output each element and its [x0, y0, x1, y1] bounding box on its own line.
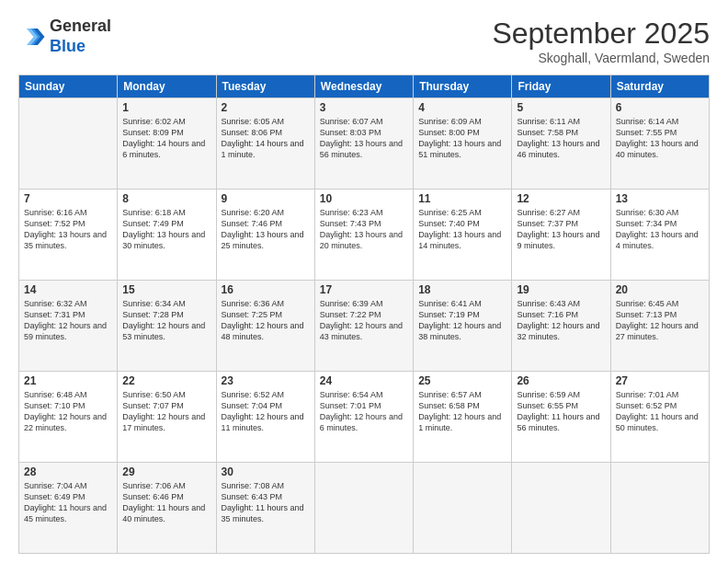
cell-content: Sunrise: 6:39 AM Sunset: 7:22 PM Dayligh… [320, 298, 408, 343]
sunrise-text: Sunrise: 6:07 AM [320, 117, 383, 126]
day-number: 12 [517, 192, 605, 205]
header-row: Sunday Monday Tuesday Wednesday Thursday… [19, 75, 710, 98]
sunset-text: Sunset: 7:43 PM [320, 219, 381, 228]
sunset-text: Sunset: 6:43 PM [222, 492, 283, 501]
month-title: September 2025 [492, 17, 710, 51]
sunrise-text: Sunrise: 6:48 AM [24, 390, 87, 399]
cell-content: Sunrise: 6:20 AM Sunset: 7:46 PM Dayligh… [222, 207, 310, 252]
sunset-text: Sunset: 7:46 PM [222, 219, 283, 228]
sunset-text: Sunset: 6:46 PM [122, 492, 184, 501]
sunrise-text: Sunrise: 6:25 AM [418, 208, 482, 217]
sunrise-text: Sunrise: 6:23 AM [320, 208, 383, 217]
sunrise-text: Sunrise: 6:02 AM [122, 117, 186, 126]
table-row: 3 Sunrise: 6:07 AM Sunset: 8:03 PM Dayli… [314, 98, 413, 190]
table-row: 1 Sunrise: 6:02 AM Sunset: 8:09 PM Dayli… [118, 98, 216, 190]
sunrise-text: Sunrise: 6:57 AM [418, 390, 482, 399]
sunrise-text: Sunrise: 6:16 AM [24, 208, 87, 217]
day-number: 7 [24, 192, 112, 205]
sunset-text: Sunset: 6:52 PM [616, 401, 677, 410]
day-number: 10 [320, 192, 408, 205]
sunset-text: Sunset: 6:55 PM [517, 401, 578, 410]
cell-content: Sunrise: 6:07 AM Sunset: 8:03 PM Dayligh… [320, 116, 408, 161]
cell-content: Sunrise: 6:59 AM Sunset: 6:55 PM Dayligh… [517, 389, 605, 434]
cell-content: Sunrise: 6:54 AM Sunset: 7:01 PM Dayligh… [320, 389, 408, 434]
table-row: 9 Sunrise: 6:20 AM Sunset: 7:46 PM Dayli… [216, 190, 314, 281]
cell-content: Sunrise: 7:04 AM Sunset: 6:49 PM Dayligh… [24, 480, 112, 525]
daylight-text: Daylight: 11 hours and 35 minutes. [222, 503, 304, 523]
table-row [314, 463, 413, 554]
cell-content: Sunrise: 6:25 AM Sunset: 7:40 PM Dayligh… [418, 207, 506, 252]
table-row: 21 Sunrise: 6:48 AM Sunset: 7:10 PM Dayl… [19, 372, 118, 463]
sunset-text: Sunset: 7:34 PM [616, 219, 677, 228]
sunset-text: Sunset: 7:25 PM [222, 310, 283, 319]
table-row: 22 Sunrise: 6:50 AM Sunset: 7:07 PM Dayl… [118, 372, 216, 463]
sunset-text: Sunset: 7:28 PM [122, 310, 184, 319]
table-row: 29 Sunrise: 7:06 AM Sunset: 6:46 PM Dayl… [118, 463, 216, 554]
table-row [19, 98, 118, 190]
table-row: 15 Sunrise: 6:34 AM Sunset: 7:28 PM Dayl… [118, 281, 216, 372]
sunset-text: Sunset: 7:19 PM [418, 310, 480, 319]
daylight-text: Daylight: 12 hours and 59 minutes. [24, 321, 107, 341]
daylight-text: Daylight: 13 hours and 46 minutes. [517, 139, 599, 159]
daylight-text: Daylight: 14 hours and 1 minute. [222, 139, 304, 159]
daylight-text: Daylight: 12 hours and 22 minutes. [24, 412, 107, 432]
col-wednesday: Wednesday [314, 75, 413, 98]
cell-content: Sunrise: 6:02 AM Sunset: 8:09 PM Dayligh… [122, 116, 210, 161]
sunset-text: Sunset: 7:31 PM [24, 310, 85, 319]
sunrise-text: Sunrise: 6:41 AM [418, 299, 482, 308]
day-number: 11 [418, 192, 506, 205]
sunrise-text: Sunrise: 6:20 AM [222, 208, 285, 217]
calendar-week-row: 7 Sunrise: 6:16 AM Sunset: 7:52 PM Dayli… [19, 190, 710, 281]
daylight-text: Daylight: 12 hours and 53 minutes. [122, 321, 205, 341]
day-number: 5 [517, 101, 605, 114]
sunrise-text: Sunrise: 6:14 AM [616, 117, 679, 126]
day-number: 8 [122, 192, 210, 205]
table-row: 5 Sunrise: 6:11 AM Sunset: 7:58 PM Dayli… [512, 98, 610, 190]
table-row: 26 Sunrise: 6:59 AM Sunset: 6:55 PM Dayl… [512, 372, 610, 463]
sunset-text: Sunset: 7:04 PM [222, 401, 283, 410]
day-number: 17 [320, 283, 408, 296]
logo: General Blue [18, 17, 111, 56]
sunset-text: Sunset: 6:58 PM [418, 401, 480, 410]
day-number: 16 [222, 283, 310, 296]
sunrise-text: Sunrise: 6:59 AM [517, 390, 580, 399]
cell-content: Sunrise: 6:32 AM Sunset: 7:31 PM Dayligh… [24, 298, 112, 343]
day-number: 29 [122, 465, 210, 478]
day-number: 22 [122, 374, 210, 387]
logo-icon [18, 23, 46, 51]
sunrise-text: Sunrise: 6:05 AM [222, 117, 285, 126]
table-row: 25 Sunrise: 6:57 AM Sunset: 6:58 PM Dayl… [414, 372, 512, 463]
sunset-text: Sunset: 7:01 PM [320, 401, 381, 410]
day-number: 6 [616, 101, 704, 114]
sunset-text: Sunset: 8:00 PM [418, 128, 480, 137]
daylight-text: Daylight: 12 hours and 38 minutes. [418, 321, 501, 341]
sunset-text: Sunset: 7:58 PM [517, 128, 578, 137]
logo-blue: Blue [50, 37, 85, 55]
cell-content: Sunrise: 7:08 AM Sunset: 6:43 PM Dayligh… [222, 480, 310, 525]
sunrise-text: Sunrise: 6:11 AM [517, 117, 580, 126]
cell-content: Sunrise: 6:27 AM Sunset: 7:37 PM Dayligh… [517, 207, 605, 252]
table-row: 4 Sunrise: 6:09 AM Sunset: 8:00 PM Dayli… [414, 98, 512, 190]
day-number: 24 [320, 374, 408, 387]
cell-content: Sunrise: 6:23 AM Sunset: 7:43 PM Dayligh… [320, 207, 408, 252]
cell-content: Sunrise: 6:48 AM Sunset: 7:10 PM Dayligh… [24, 389, 112, 434]
sunrise-text: Sunrise: 6:39 AM [320, 299, 383, 308]
sunrise-text: Sunrise: 6:45 AM [616, 299, 679, 308]
sunset-text: Sunset: 8:03 PM [320, 128, 381, 137]
sunrise-text: Sunrise: 6:27 AM [517, 208, 580, 217]
daylight-text: Daylight: 12 hours and 43 minutes. [320, 321, 403, 341]
sunrise-text: Sunrise: 6:32 AM [24, 299, 87, 308]
day-number: 1 [122, 101, 210, 114]
day-number: 28 [24, 465, 112, 478]
daylight-text: Daylight: 13 hours and 35 minutes. [24, 230, 107, 250]
col-sunday: Sunday [19, 75, 118, 98]
cell-content: Sunrise: 6:30 AM Sunset: 7:34 PM Dayligh… [616, 207, 704, 252]
col-thursday: Thursday [414, 75, 512, 98]
sunset-text: Sunset: 7:49 PM [122, 219, 184, 228]
cell-content: Sunrise: 7:06 AM Sunset: 6:46 PM Dayligh… [122, 480, 210, 525]
table-row: 2 Sunrise: 6:05 AM Sunset: 8:06 PM Dayli… [216, 98, 314, 190]
table-row: 23 Sunrise: 6:52 AM Sunset: 7:04 PM Dayl… [216, 372, 314, 463]
table-row [610, 463, 709, 554]
cell-content: Sunrise: 6:34 AM Sunset: 7:28 PM Dayligh… [122, 298, 210, 343]
day-number: 21 [24, 374, 112, 387]
